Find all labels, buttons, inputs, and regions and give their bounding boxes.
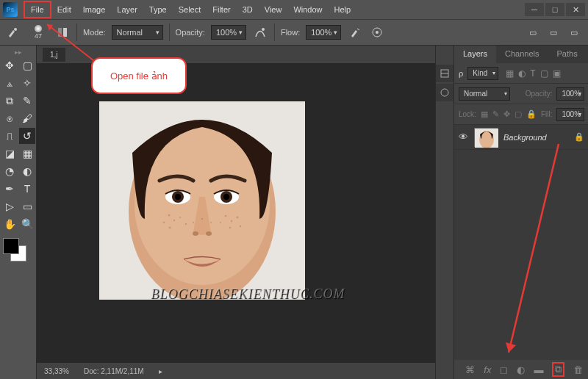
pen-tool[interactable]: ✒	[1, 181, 18, 197]
blend-mode-select[interactable]: Normal	[112, 25, 163, 40]
new-group-button[interactable]: ▬	[534, 364, 543, 375]
layer-row[interactable]: 👁 Background 🔒	[454, 125, 588, 150]
menu-image[interactable]: Image	[77, 2, 112, 17]
lock-icon: 🔒	[574, 132, 584, 142]
svg-point-11	[175, 194, 181, 200]
layer-thumbnail	[474, 128, 498, 147]
lock-paint-icon[interactable]: ✎	[492, 109, 499, 119]
svg-point-28	[240, 225, 241, 227]
healing-brush-tool[interactable]: ⍟	[1, 110, 18, 126]
filter-adjustment-icon[interactable]: ◐	[518, 68, 526, 79]
layer-mask-button[interactable]: ◻	[500, 364, 508, 375]
marquee-tool[interactable]: ▢	[19, 57, 35, 73]
svg-rect-2	[63, 28, 67, 37]
menu-filter[interactable]: Filter	[207, 2, 236, 17]
svg-point-21	[169, 227, 171, 229]
lock-position-icon[interactable]: ✥	[503, 109, 510, 119]
history-brush-tool[interactable]: ↺	[19, 128, 35, 144]
layer-opacity-select[interactable]: 100%	[556, 87, 584, 101]
layer-style-button[interactable]: fx	[484, 364, 491, 375]
brush-preset-picker[interactable]: 47	[28, 22, 49, 43]
lock-transparency-icon[interactable]: ▦	[481, 109, 488, 119]
tab-channels[interactable]: Channels	[496, 46, 548, 63]
svg-rect-1	[58, 28, 62, 37]
svg-point-17	[168, 214, 171, 217]
status-chevron-icon[interactable]: ▸	[159, 367, 162, 375]
lock-all-icon[interactable]: 🔒	[526, 109, 537, 119]
rectangle-tool[interactable]: ▭	[19, 198, 35, 214]
magic-wand-tool[interactable]: ✧	[19, 75, 35, 91]
tool-preset-picker[interactable]	[6, 24, 22, 40]
lock-artboard-icon[interactable]: ▢	[514, 109, 522, 119]
divider	[274, 24, 275, 41]
dodge-tool[interactable]: ◐	[19, 163, 35, 179]
gradient-tool[interactable]: ▦	[19, 145, 35, 162]
opacity-label: Opacity:	[176, 28, 205, 37]
eraser-tool[interactable]: ◪	[1, 145, 18, 162]
pressure-opacity-button[interactable]	[252, 24, 268, 40]
type-tool[interactable]: T	[19, 181, 35, 197]
lasso-tool[interactable]: ⟁	[1, 75, 18, 91]
window-close-button[interactable]: ✕	[566, 3, 585, 16]
svg-point-23	[225, 215, 227, 217]
filter-smart-icon[interactable]: ▣	[553, 68, 561, 79]
svg-point-25	[237, 217, 239, 219]
crop-tool[interactable]: ⧉	[1, 93, 18, 109]
svg-point-20	[179, 217, 181, 218]
svg-point-26	[220, 222, 221, 223]
blur-tool[interactable]: ◔	[1, 163, 18, 179]
foreground-color-swatch[interactable]	[3, 238, 19, 254]
filter-pixel-icon[interactable]: ▦	[506, 68, 514, 79]
menu-window[interactable]: Window	[287, 2, 328, 17]
layer-fill-select[interactable]: 100%	[556, 108, 584, 121]
filter-shape-icon[interactable]: ▢	[540, 68, 548, 79]
stamp-tool[interactable]: ⎍	[1, 128, 18, 144]
adjustment-layer-button[interactable]: ◐	[517, 364, 525, 375]
collapsed-panel-icon[interactable]	[436, 65, 453, 82]
brush-panel-button[interactable]	[54, 24, 71, 40]
tools-panel: ▸▸ ✥ ▢ ⟁ ✧ ⧉ ✎ ⍟ 🖌 ⎍ ↺ ◪ ▦ ◔ ◐ ✒ T ▷ ▭ ✋…	[0, 46, 37, 379]
menu-view[interactable]: View	[259, 2, 288, 17]
pressure-size-button[interactable]	[369, 24, 385, 40]
eyedropper-tool[interactable]: ✎	[19, 93, 35, 109]
hand-tool[interactable]: ✋	[1, 216, 18, 232]
menu-file[interactable]: File	[24, 1, 51, 18]
delete-layer-button[interactable]: 🗑	[573, 364, 583, 375]
color-swatches[interactable]	[1, 238, 31, 267]
menu-help[interactable]: Help	[329, 2, 357, 17]
visibility-toggle-icon[interactable]: 👁	[459, 131, 468, 142]
layer-blend-mode-select[interactable]: Normal	[459, 87, 510, 101]
link-layers-button[interactable]: ⌘	[465, 364, 475, 375]
canvas[interactable]	[37, 63, 435, 363]
menu-layer[interactable]: Layer	[111, 2, 143, 17]
zoom-tool[interactable]: 🔍	[19, 216, 35, 232]
menu-type[interactable]: Type	[143, 2, 173, 17]
panel-toggle-icon[interactable]: ▭	[566, 24, 582, 40]
svg-point-30	[210, 222, 212, 223]
document-tab[interactable]: 1,j	[43, 48, 65, 62]
layer-kind-filter[interactable]: Kind	[467, 67, 498, 80]
svg-point-0	[14, 28, 17, 31]
panel-toggle-icon[interactable]: ▭	[545, 24, 562, 40]
flow-select[interactable]: 100%	[306, 25, 341, 40]
menu-3d[interactable]: 3D	[237, 2, 259, 17]
window-minimize-button[interactable]: ─	[525, 3, 544, 16]
panel-toggle-icon[interactable]: ▭	[525, 24, 541, 40]
collapsed-panel-icon[interactable]	[436, 84, 453, 101]
svg-point-27	[229, 227, 232, 229]
new-layer-button[interactable]: ⧉	[552, 362, 564, 377]
airbrush-button[interactable]	[347, 24, 363, 40]
move-tool[interactable]: ✥	[1, 57, 18, 73]
menu-select[interactable]: Select	[173, 2, 207, 17]
brush-tool[interactable]: 🖌	[19, 110, 35, 126]
window-maximize-button[interactable]: □	[545, 3, 564, 16]
brush-size-label: 47	[35, 32, 42, 40]
layer-opacity-label: Opacity:	[526, 90, 553, 98]
tab-layers[interactable]: Layers	[454, 46, 496, 63]
filter-type-icon[interactable]: T	[530, 68, 535, 79]
svg-point-31	[201, 218, 203, 220]
menu-edit[interactable]: Edit	[51, 2, 77, 17]
opacity-select[interactable]: 100%	[211, 25, 246, 40]
path-selection-tool[interactable]: ▷	[1, 198, 18, 214]
tab-paths[interactable]: Paths	[548, 46, 587, 63]
